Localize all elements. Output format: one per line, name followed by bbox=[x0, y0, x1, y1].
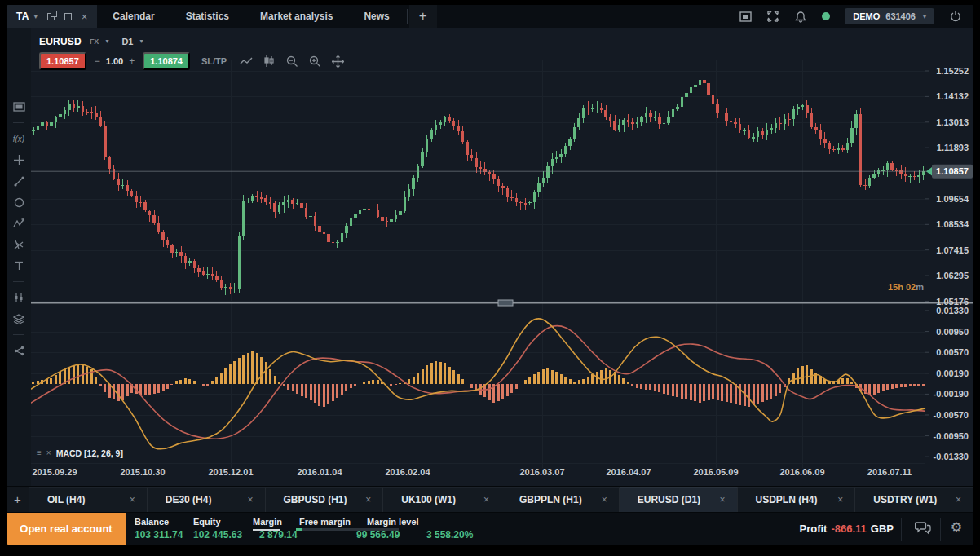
tab-statistics[interactable]: Statistics bbox=[170, 5, 245, 28]
svg-text:1.11893: 1.11893 bbox=[937, 143, 969, 152]
svg-text:-0.00190: -0.00190 bbox=[934, 389, 969, 399]
instrument-tab-gbpusd[interactable]: GBPUSD (H1)× bbox=[266, 487, 384, 512]
svg-text:-0.01330: -0.01330 bbox=[934, 452, 969, 461]
svg-text:1.09654: 1.09654 bbox=[936, 194, 969, 204]
sltp-button[interactable]: SL/TP bbox=[201, 56, 227, 66]
countdown-value: 15h 02 bbox=[888, 282, 916, 292]
svg-text:1.08534: 1.08534 bbox=[936, 219, 969, 229]
zoom-in-icon[interactable] bbox=[307, 54, 323, 68]
close-icon[interactable]: × bbox=[130, 494, 135, 505]
topbar: TA ▾ × Calendar Statistics Market analys… bbox=[7, 5, 973, 28]
indicator-menu-icon[interactable]: ≡ bbox=[37, 449, 42, 457]
connection-status-dot bbox=[822, 12, 830, 20]
candle-countdown: 15h 02m bbox=[888, 282, 924, 292]
instrument-tab-uk100[interactable]: UK100 (W1)× bbox=[383, 487, 501, 512]
shapes-tool-icon[interactable] bbox=[7, 192, 31, 213]
svg-text:1.10857: 1.10857 bbox=[936, 166, 969, 176]
indicator-close-icon[interactable]: × bbox=[46, 449, 51, 457]
svg-text:2016.06.09: 2016.06.09 bbox=[779, 467, 824, 477]
workspace-tab[interactable]: TA ▾ × bbox=[7, 5, 97, 28]
close-icon[interactable]: × bbox=[719, 494, 725, 505]
svg-text:-0.00950: -0.00950 bbox=[934, 431, 969, 441]
fibonacci-tool-icon[interactable] bbox=[7, 213, 31, 234]
candlesticks bbox=[32, 73, 925, 294]
chart-grid bbox=[31, 60, 925, 468]
svg-text:2016.02.04: 2016.02.04 bbox=[385, 467, 430, 477]
market-label[interactable]: FX bbox=[90, 38, 99, 46]
instrument-tab-usdpln[interactable]: USDPLN (H4)× bbox=[738, 487, 856, 512]
chevron-down-icon[interactable]: ▾ bbox=[105, 38, 108, 45]
sell-button[interactable]: 1.10857 bbox=[39, 52, 86, 70]
chat-support-icon[interactable] bbox=[915, 521, 931, 538]
instrument-tab-de30[interactable]: DE30 (H4)× bbox=[148, 487, 266, 512]
separator-drag-handle[interactable] bbox=[498, 300, 513, 306]
share-icon[interactable] bbox=[7, 340, 31, 361]
layers-icon[interactable] bbox=[7, 308, 31, 329]
price-axis-labels[interactable]: 1.152521.141321.130131.118931.096541.085… bbox=[925, 66, 969, 461]
chevron-down-icon[interactable]: ▾ bbox=[139, 38, 143, 45]
instrument-tab-gbppln[interactable]: GBPPLN (H1)× bbox=[501, 487, 620, 512]
line-chart-type-icon[interactable] bbox=[238, 54, 254, 68]
volume-value[interactable]: 1.00 bbox=[106, 56, 123, 66]
market-watch-icon[interactable] bbox=[7, 96, 31, 117]
tab-market-analysis[interactable]: Market analysis bbox=[245, 5, 348, 28]
svg-text:2015.10.30: 2015.10.30 bbox=[120, 467, 165, 477]
notifications-bell-icon[interactable] bbox=[794, 10, 807, 23]
volume-increase-button[interactable]: + bbox=[129, 55, 135, 67]
close-icon[interactable]: × bbox=[837, 494, 843, 505]
svg-text:1.07415: 1.07415 bbox=[936, 245, 969, 255]
pitchfork-tool-icon[interactable] bbox=[7, 234, 31, 255]
popout-icon[interactable] bbox=[47, 13, 55, 20]
instrument-tab-eurusd-active[interactable]: EURUSD (D1)× bbox=[620, 487, 738, 512]
close-icon[interactable]: × bbox=[602, 494, 607, 505]
add-instrument-button[interactable]: + bbox=[7, 487, 29, 512]
svg-text:1.13013: 1.13013 bbox=[936, 117, 969, 127]
trendline-tool-icon[interactable] bbox=[7, 170, 31, 192]
text-tool-icon[interactable] bbox=[7, 255, 31, 276]
add-workspace-button[interactable]: + bbox=[409, 5, 437, 28]
buy-button[interactable]: 1.10874 bbox=[143, 52, 190, 70]
account-type: DEMO bbox=[853, 11, 880, 21]
volume-decrease-button[interactable]: − bbox=[95, 55, 100, 67]
indicators-icon[interactable]: f(x) bbox=[7, 128, 31, 149]
date-axis-labels[interactable]: 2015.09.292015.10.302015.12.012016.01.04… bbox=[32, 467, 912, 477]
tab-news[interactable]: News bbox=[348, 5, 404, 28]
bring-to-front-icon[interactable] bbox=[739, 10, 752, 23]
svg-text:0.00570: 0.00570 bbox=[936, 347, 969, 357]
macd-signal-line bbox=[31, 326, 925, 439]
close-icon[interactable]: × bbox=[956, 494, 961, 505]
order-row: 1.10857 − 1.00 + 1.10874 SL/TP bbox=[39, 53, 346, 69]
chevron-down-icon[interactable]: ▾ bbox=[923, 13, 926, 20]
fullscreen-icon[interactable] bbox=[766, 10, 779, 23]
symbol-label: EURUSD bbox=[39, 36, 82, 47]
svg-text:-0.00570: -0.00570 bbox=[934, 410, 969, 420]
close-icon[interactable]: × bbox=[483, 494, 489, 505]
tab-calendar[interactable]: Calendar bbox=[97, 5, 170, 28]
close-icon[interactable]: × bbox=[82, 11, 88, 22]
close-icon[interactable]: × bbox=[247, 494, 253, 505]
svg-text:2016.04.07: 2016.04.07 bbox=[606, 467, 651, 477]
price-chart-canvas[interactable]: 1.152521.141321.130131.118931.096541.085… bbox=[31, 28, 973, 486]
statusbar-divider bbox=[940, 518, 941, 541]
open-real-account-button[interactable]: Open real account bbox=[7, 513, 126, 545]
crosshair-icon[interactable] bbox=[7, 149, 31, 170]
timeframe-selector[interactable]: D1 bbox=[121, 37, 133, 46]
chart-settings-icon[interactable] bbox=[7, 287, 31, 308]
zoom-out-icon[interactable] bbox=[284, 54, 300, 68]
instrument-tab-usdtry[interactable]: USDTRY (W1)× bbox=[855, 487, 973, 512]
svg-text:0.00950: 0.00950 bbox=[936, 327, 969, 337]
settings-gear-icon[interactable]: ⚙ bbox=[951, 521, 962, 534]
instrument-tab-oil[interactable]: OIL (H4)× bbox=[29, 487, 148, 512]
maximize-icon[interactable] bbox=[64, 13, 72, 20]
power-logout-icon[interactable] bbox=[949, 10, 962, 23]
topbar-tabs: Calendar Statistics Market analysis News bbox=[97, 5, 404, 28]
account-selector[interactable]: DEMO 631406 ▾ bbox=[845, 8, 934, 24]
close-icon[interactable]: × bbox=[365, 494, 371, 505]
profit-summary: Profit-866.11GBP bbox=[800, 523, 894, 535]
svg-text:1.06295: 1.06295 bbox=[936, 271, 969, 280]
pan-move-icon[interactable] bbox=[329, 54, 346, 68]
candlestick-chart-type-icon[interactable] bbox=[261, 54, 277, 68]
account-number: 631406 bbox=[885, 11, 916, 21]
svg-text:0.01330: 0.01330 bbox=[936, 306, 969, 316]
chevron-down-icon[interactable]: ▾ bbox=[34, 13, 38, 20]
